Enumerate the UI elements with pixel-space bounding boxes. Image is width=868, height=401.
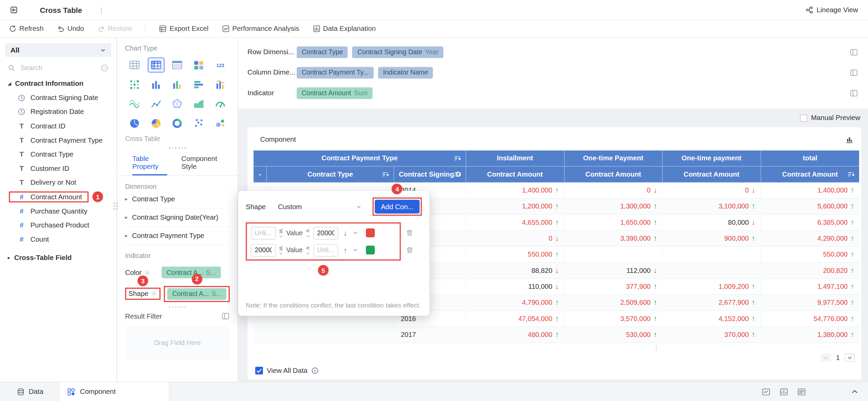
chart-switch-icon[interactable]: [845, 135, 853, 143]
operator-select[interactable]: ≤: [279, 228, 283, 238]
manual-preview-checkbox[interactable]: [800, 114, 807, 121]
chart-type-radar[interactable]: [169, 96, 186, 111]
field-pill-contract-payment-ty[interactable]: Contract Payment Ty...: [297, 67, 374, 78]
shape-field-pill[interactable]: Contract A... S...: [167, 288, 227, 300]
data-explanation-button[interactable]: Data Explanation: [312, 25, 375, 33]
chart-type-bubble[interactable]: [212, 116, 229, 131]
field-group-contract-information[interactable]: ◢ Contract Information: [0, 75, 116, 91]
panel-switch-icon[interactable]: [850, 68, 859, 77]
chart-type-table[interactable]: [127, 58, 143, 73]
chevron-down-icon[interactable]: [352, 247, 358, 253]
field-item-purchased-product[interactable]: #Purchased Product: [0, 218, 116, 233]
page-down-button[interactable]: [845, 354, 854, 362]
add-condition-button[interactable]: Add Con...: [375, 200, 420, 214]
field-item-customer-id[interactable]: TCustomer ID: [0, 161, 116, 176]
chart-type-scatter[interactable]: [191, 116, 207, 131]
dimension-contract-type[interactable]: ▸Contract Type: [125, 190, 230, 208]
field-pill-contract-signing-date[interactable]: Contract Signing DateYear: [352, 46, 444, 58]
field-item-purchase-quantity[interactable]: #Purchase Quantity: [0, 204, 116, 218]
tab-component[interactable]: Component: [59, 382, 170, 401]
line-chart-icon[interactable]: [762, 387, 771, 396]
operator-select[interactable]: <: [306, 228, 310, 238]
column-group-header-installment[interactable]: Installment: [466, 151, 564, 166]
page-up-button[interactable]: [821, 354, 831, 362]
exit-icon[interactable]: [10, 6, 18, 14]
dataset-select[interactable]: All: [5, 43, 111, 57]
chart-type-pie-multi[interactable]: [148, 116, 165, 131]
clipboard-icon[interactable]: [221, 312, 230, 320]
chart-type-cross-table[interactable]: [148, 58, 165, 73]
lineage-view-button[interactable]: Lineage View: [806, 6, 858, 14]
kebab-menu-icon[interactable]: ⋮: [98, 6, 105, 14]
field-item-contract-signing-date[interactable]: Contract Signing Date: [0, 91, 116, 105]
tab-table-property[interactable]: Table Property: [132, 150, 167, 175]
chart-type-line[interactable]: [148, 96, 165, 111]
field-item-contract-type[interactable]: TContract Type: [0, 147, 116, 162]
collapse-icon[interactable]: [850, 387, 859, 396]
undo-button[interactable]: Undo: [57, 25, 84, 33]
field-item-contract-amount[interactable]: #Contract Amount1: [0, 190, 116, 204]
sub-header-1[interactable]: Contract Type: [267, 166, 394, 182]
dimension-contract-payment-type[interactable]: ▸Contract Payment Type: [125, 226, 230, 245]
report-icon[interactable]: [797, 387, 806, 396]
field-item-count[interactable]: #Count: [0, 232, 116, 246]
operator-select[interactable]: ≤: [279, 245, 283, 255]
panel-resize-handle[interactable]: [114, 202, 118, 209]
chart-type-donut[interactable]: [169, 116, 186, 131]
sort-icon[interactable]: [382, 171, 389, 178]
view-all-checkbox[interactable]: [255, 367, 263, 375]
restore-button[interactable]: Restore: [97, 25, 132, 33]
chart-type-gauge[interactable]: [212, 96, 229, 111]
sort-icon[interactable]: [848, 171, 855, 178]
color-field-pill[interactable]: Contract A... S...: [162, 267, 221, 278]
panel-switch-icon[interactable]: [850, 48, 859, 56]
condition-max-input[interactable]: [313, 244, 338, 257]
result-filter-dropzone[interactable]: Drag Field Here: [125, 326, 230, 360]
condition-min-input[interactable]: [251, 244, 275, 257]
resize-handle[interactable]: [125, 306, 230, 307]
field-pill-contract-amount[interactable]: Contract AmountSum: [297, 87, 373, 99]
field-item-contract-payment-type[interactable]: TContract Payment Type: [0, 133, 116, 147]
field-item-registration-date[interactable]: Registration Date: [0, 105, 116, 119]
info-icon[interactable]: [311, 367, 319, 375]
chart-type-multi-bar[interactable]: [169, 77, 186, 92]
column-group-header-one-time-payment[interactable]: One-time Payment: [564, 151, 663, 166]
gear-icon[interactable]: [144, 269, 151, 276]
dimension-contract-signing-date-year[interactable]: ▸Contract Signing Date(Year): [125, 208, 230, 227]
field-pill-indicator-name[interactable]: Indicator Name: [378, 67, 433, 78]
operator-select[interactable]: <: [306, 245, 310, 255]
column-group-header-total[interactable]: total: [761, 151, 859, 166]
shape-mode-select[interactable]: Custom: [277, 201, 363, 213]
field-group-cross-table-field[interactable]: ▸ Cross-Table Field: [0, 246, 116, 261]
column-dimension-header[interactable]: Contract Payment Type: [253, 151, 466, 166]
chart-type-detail-table[interactable]: [169, 58, 186, 73]
condition-max-input[interactable]: [313, 226, 338, 239]
panel-switch-icon[interactable]: [850, 89, 859, 97]
chart-type-pie[interactable]: [127, 116, 143, 131]
field-item-delivery-or-not[interactable]: TDelivery or Not: [0, 176, 116, 190]
column-group-header-one-time-payment[interactable]: One-time payment: [663, 151, 761, 166]
chart-type-wave[interactable]: [127, 96, 143, 111]
tab-component-style[interactable]: Component Style: [181, 150, 223, 175]
color-swatch[interactable]: [366, 246, 374, 255]
delete-condition-button[interactable]: [406, 226, 413, 239]
color-swatch[interactable]: [366, 228, 374, 237]
bar-chart-icon[interactable]: [779, 387, 788, 396]
field-item-contract-id[interactable]: TContract ID: [0, 119, 116, 133]
delete-condition-button[interactable]: [406, 243, 413, 257]
search-input[interactable]: [19, 64, 97, 73]
chart-type-stacked-bar[interactable]: [191, 77, 207, 92]
performance-analysis-button[interactable]: Performance Analysis: [222, 25, 299, 33]
chart-type-combo[interactable]: [212, 77, 229, 92]
export-excel-button[interactable]: Export Excel: [159, 25, 209, 33]
resize-handle[interactable]: [125, 147, 230, 148]
chevron-down-icon[interactable]: [352, 230, 358, 236]
chart-type-kpi[interactable]: 123: [212, 58, 229, 73]
chart-type-color-blocks[interactable]: [191, 58, 207, 73]
refresh-button[interactable]: Refresh: [9, 25, 43, 33]
chart-type-dot-matrix[interactable]: [127, 77, 143, 92]
sub-header-2[interactable]: Contract Signing D: [394, 166, 466, 182]
field-pill-contract-type[interactable]: Contract Type: [297, 46, 348, 58]
gear-icon[interactable]: [151, 290, 157, 297]
sort-icon[interactable]: [454, 155, 461, 162]
